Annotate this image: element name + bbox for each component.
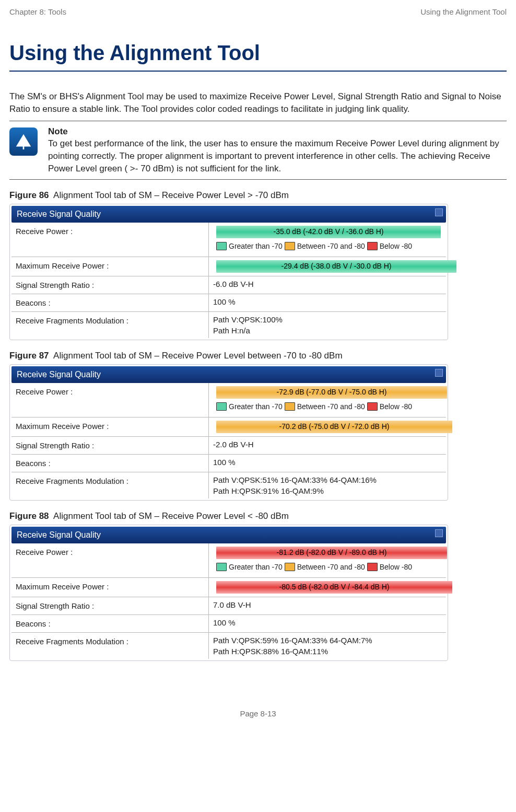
page-footer: Page 8-13: [9, 708, 507, 719]
legend-gt: Greater than -70: [229, 241, 283, 252]
note-title: Note: [48, 125, 507, 138]
intro-paragraph: The SM's or BHS's Alignment Tool may be …: [9, 90, 507, 115]
max-receive-power-label: Maximum Receive Power :: [11, 257, 209, 276]
rfm-value: Path V:QPSK:100%Path H:n/a: [209, 312, 446, 338]
swatch-orange-icon: [285, 402, 295, 411]
receive-power-bar: -35.0 dB (-42.0 dB V / -36.0 dB H): [216, 226, 441, 238]
beacons-label: Beacons :: [11, 455, 209, 472]
table-row: Receive Power : -81.2 dB (-82.0 dB V / -…: [11, 543, 446, 578]
beacons-label: Beacons :: [11, 294, 209, 311]
color-legend: Greater than -70 Between -70 and -80 Bel…: [213, 239, 442, 255]
max-receive-power-label: Maximum Receive Power :: [11, 417, 209, 436]
swatch-red-icon: [367, 242, 378, 250]
collapse-icon[interactable]: [435, 369, 443, 377]
receive-power-label: Receive Power :: [11, 543, 209, 577]
signal-quality-panel: Receive Signal Quality Receive Power : -…: [9, 525, 448, 661]
table-row: Signal Strength Ratio : -6.0 dB V-H: [11, 276, 446, 294]
figure-caption: Figure 88 Alignment Tool tab of SM – Rec…: [9, 510, 507, 523]
page-title: Using the Alignment Tool: [9, 38, 507, 72]
max-receive-power-bar: -29.4 dB (-38.0 dB V / -30.0 dB H): [216, 260, 456, 273]
collapse-icon[interactable]: [435, 208, 443, 216]
ssr-label: Signal Strength Ratio :: [11, 437, 209, 454]
receive-power-bar: -72.9 dB (-77.0 dB V / -75.0 dB H): [216, 386, 447, 399]
table-row: Maximum Receive Power : -70.2 dB (-75.0 …: [11, 417, 446, 437]
figure-caption: Figure 86 Alignment Tool tab of SM – Rec…: [9, 189, 507, 202]
rfm-value: Path V:QPSK:51% 16-QAM:33% 64-QAM:16%Pat…: [209, 472, 446, 498]
legend-between: Between -70 and -80: [297, 562, 365, 573]
table-row: Receive Power : -72.9 dB (-77.0 dB V / -…: [11, 383, 446, 417]
table-row: Beacons : 100 %: [11, 615, 446, 633]
max-receive-power-label: Maximum Receive Power :: [11, 578, 209, 597]
max-receive-power-bar: -70.2 dB (-75.0 dB V / -72.0 dB H): [216, 421, 452, 433]
swatch-red-icon: [367, 563, 378, 571]
table-row: Beacons : 100 %: [11, 294, 446, 312]
legend-between: Between -70 and -80: [297, 402, 365, 412]
max-receive-power-bar: -80.5 dB (-82.0 dB V / -84.4 dB H): [216, 581, 452, 594]
swatch-green-icon: [216, 242, 227, 250]
panel-header: Receive Signal Quality: [11, 527, 446, 543]
beacons-label: Beacons :: [11, 615, 209, 632]
receive-power-label: Receive Power :: [11, 223, 209, 257]
table-row: Signal Strength Ratio : -2.0 dB V-H: [11, 437, 446, 455]
receive-power-bar: -81.2 dB (-82.0 dB V / -89.0 dB H): [216, 547, 447, 559]
legend-gt: Greater than -70: [229, 402, 283, 412]
ssr-value: -6.0 dB V-H: [209, 276, 446, 294]
svg-rect-1: [23, 143, 25, 149]
figure-caption: Figure 87 Alignment Tool tab of SM – Rec…: [9, 350, 507, 362]
receive-power-label: Receive Power :: [11, 383, 209, 417]
beacons-value: 100 %: [209, 455, 446, 472]
color-legend: Greater than -70 Between -70 and -80 Bel…: [213, 560, 448, 576]
table-row: Receive Fragments Modulation : Path V:QP…: [11, 312, 446, 338]
legend-below: Below -80: [380, 241, 412, 252]
ssr-value: 7.0 dB V-H: [209, 597, 446, 614]
note-icon: [9, 127, 38, 156]
rfm-label: Receive Fragments Modulation :: [11, 472, 209, 498]
table-row: Maximum Receive Power : -80.5 dB (-82.0 …: [11, 578, 446, 597]
color-legend: Greater than -70 Between -70 and -80 Bel…: [213, 400, 448, 415]
ssr-value: -2.0 dB V-H: [209, 437, 446, 454]
rfm-label: Receive Fragments Modulation :: [11, 312, 209, 338]
header-left: Chapter 8: Tools: [9, 6, 66, 17]
swatch-orange-icon: [285, 563, 295, 571]
swatch-orange-icon: [285, 242, 295, 250]
panel-header: Receive Signal Quality: [11, 206, 446, 223]
signal-quality-panel: Receive Signal Quality Receive Power : -…: [9, 364, 448, 501]
legend-gt: Greater than -70: [229, 562, 283, 573]
table-row: Signal Strength Ratio : 7.0 dB V-H: [11, 597, 446, 615]
signal-quality-panel: Receive Signal Quality Receive Power : -…: [9, 204, 448, 340]
legend-below: Below -80: [380, 562, 412, 573]
swatch-green-icon: [216, 402, 227, 411]
rfm-value: Path V:QPSK:59% 16-QAM:33% 64-QAM:7%Path…: [209, 633, 446, 659]
table-row: Maximum Receive Power : -29.4 dB (-38.0 …: [11, 257, 446, 276]
swatch-green-icon: [216, 563, 227, 571]
table-row: Receive Power : -35.0 dB (-42.0 dB V / -…: [11, 223, 446, 257]
table-row: Receive Fragments Modulation : Path V:QP…: [11, 472, 446, 498]
legend-between: Between -70 and -80: [297, 241, 365, 252]
header-right: Using the Alignment Tool: [420, 6, 507, 17]
ssr-label: Signal Strength Ratio :: [11, 597, 209, 614]
panel-header: Receive Signal Quality: [11, 366, 446, 383]
swatch-red-icon: [367, 402, 378, 411]
note-body: To get best performance of the link, the…: [48, 137, 507, 175]
ssr-label: Signal Strength Ratio :: [11, 276, 209, 294]
collapse-icon[interactable]: [435, 529, 443, 537]
beacons-value: 100 %: [209, 294, 446, 311]
table-row: Beacons : 100 %: [11, 455, 446, 472]
note-box: Note To get best performance of the link…: [9, 121, 507, 180]
legend-below: Below -80: [380, 402, 412, 412]
rfm-label: Receive Fragments Modulation :: [11, 633, 209, 659]
table-row: Receive Fragments Modulation : Path V:QP…: [11, 633, 446, 659]
beacons-value: 100 %: [209, 615, 446, 632]
